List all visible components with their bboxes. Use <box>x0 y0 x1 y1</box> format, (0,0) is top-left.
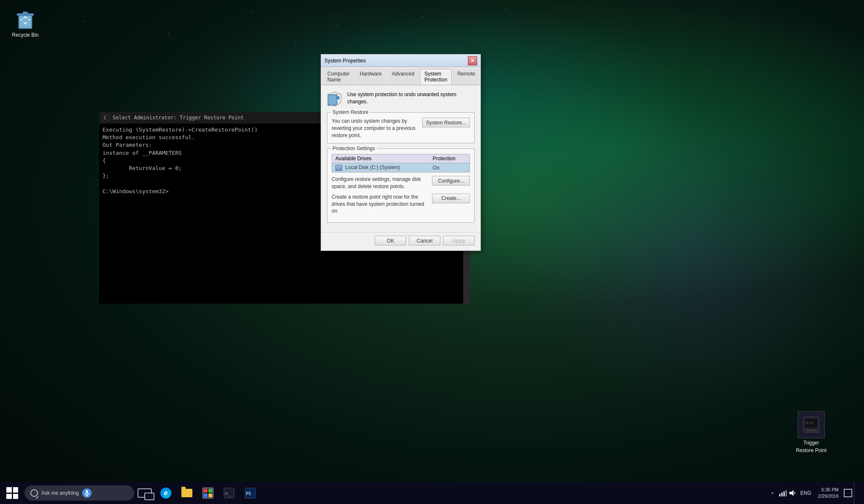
notif-box <box>844 489 852 497</box>
systray-expand[interactable] <box>768 489 777 497</box>
protection-settings-section: Protection Settings Available Drives Pro… <box>327 148 475 223</box>
dialog-title: System Properties <box>324 58 468 64</box>
cmd-title-icon: C <box>103 114 109 121</box>
cmd-title-text: Select Administrator: Trigger Restore Po… <box>113 115 467 121</box>
tab-advanced[interactable]: Advanced <box>387 69 419 85</box>
cmd-taskbar-button[interactable]: >_ <box>219 483 239 503</box>
system-restore-section: System Restore You can undo system chang… <box>327 112 475 143</box>
svg-text:C:\>_: C:\>_ <box>806 421 815 425</box>
recycle-bin-label: Recycle Bin <box>12 32 38 38</box>
cmd-window[interactable]: C Select Administrator: Trigger Restore … <box>99 112 470 304</box>
notification-icon[interactable] <box>844 489 852 497</box>
svg-text:>_: >_ <box>225 490 232 496</box>
trigger-icon-label-line1: Trigger <box>803 440 819 446</box>
drive-name: Local Disk (C:) (System) <box>345 164 400 170</box>
sp-header-icon <box>327 91 342 106</box>
clock-time: 5:35 PM <box>821 487 839 493</box>
tab-remote[interactable]: Remote <box>453 69 480 85</box>
task-view-icon <box>138 488 152 498</box>
recycle-bin-svg <box>15 8 35 30</box>
svg-rect-7 <box>805 429 817 431</box>
network-icon[interactable] <box>778 489 787 497</box>
protection-settings-label: Protection Settings <box>331 146 377 151</box>
search-icon <box>30 489 38 497</box>
store-icon <box>202 488 213 499</box>
col-header-protection: Protection <box>429 154 470 163</box>
start-button[interactable] <box>3 483 22 503</box>
configure-text: Configure restore settings, manage disk … <box>332 176 428 190</box>
folder-icon <box>181 489 192 497</box>
file-explorer-button[interactable] <box>177 483 197 503</box>
svg-rect-4 <box>804 417 819 432</box>
desktop: Recycle Bin C:\>_ Trigger Restore Point … <box>0 0 864 504</box>
trigger-icon-img: C:\>_ <box>798 411 825 438</box>
cancel-button[interactable]: Cancel <box>409 236 440 245</box>
svg-rect-2 <box>17 13 34 16</box>
mic-icon[interactable] <box>82 488 92 498</box>
svg-rect-17 <box>204 489 208 493</box>
powershell-icon: PS <box>245 488 256 499</box>
create-row: Create a restore point right now for the… <box>332 194 470 215</box>
svg-rect-28 <box>786 490 787 496</box>
dialog-titlebar: System Properties ✕ <box>321 54 481 67</box>
svg-rect-11 <box>329 95 336 105</box>
systray: ENG 5:35 PM 2/29/2016 <box>768 482 862 504</box>
cmd-scroll-thumb[interactable] <box>464 124 470 137</box>
svg-text:C: C <box>104 116 106 120</box>
svg-rect-25 <box>779 494 780 496</box>
cmd-content: Executing (SystemRestore)->CreateRestore… <box>99 124 470 304</box>
dialog-footer: OK Cancel Apply <box>321 232 481 251</box>
search-placeholder: Ask me anything <box>41 490 79 496</box>
svg-rect-0 <box>19 15 32 29</box>
svg-rect-8 <box>103 115 109 121</box>
show-desktop-button[interactable] <box>854 482 859 504</box>
create-text: Create a restore point right now for the… <box>332 194 428 215</box>
sp-header-text: Use system protection to undo unwanted s… <box>347 91 475 105</box>
create-button[interactable]: Create... <box>432 194 470 203</box>
edge-button[interactable]: e <box>156 483 176 503</box>
edge-icon: e <box>160 488 171 499</box>
system-restore-label: System Restore <box>331 109 370 115</box>
sp-header: Use system protection to undo unwanted s… <box>327 91 475 106</box>
powershell-button[interactable]: PS <box>240 483 260 503</box>
task-view-button[interactable] <box>135 483 154 503</box>
store-button[interactable] <box>198 483 218 503</box>
cmd-scrollbar[interactable] <box>463 124 470 304</box>
start-icon <box>6 487 18 499</box>
tab-computer-name[interactable]: Computer Name <box>323 69 354 85</box>
drive-name-cell: Local Disk (C:) (System) <box>332 163 429 172</box>
configure-button[interactable]: Configure... <box>432 176 470 186</box>
svg-rect-26 <box>781 493 783 496</box>
sr-content: You can undo system changes by reverting… <box>332 118 470 139</box>
svg-rect-13 <box>86 490 88 494</box>
language-indicator[interactable]: ENG <box>799 490 813 496</box>
tab-system-protection[interactable]: System Protection <box>420 69 452 85</box>
system-restore-button[interactable]: System Restore... <box>422 118 470 127</box>
svg-rect-5 <box>805 419 817 427</box>
col-header-drives: Available Drives <box>332 154 429 163</box>
drive-protection-cell: On <box>429 163 470 172</box>
apply-button[interactable]: Apply <box>443 236 475 245</box>
clock[interactable]: 5:35 PM 2/29/2016 <box>815 487 842 500</box>
drive-icon <box>335 165 342 171</box>
dialog-close-button[interactable]: ✕ <box>468 56 477 65</box>
clock-date: 2/29/2016 <box>818 493 839 499</box>
taskbar: Ask me anything e <box>0 482 864 504</box>
svg-rect-29 <box>789 492 791 494</box>
recycle-bin-icon[interactable]: Recycle Bin <box>8 8 42 38</box>
volume-icon[interactable] <box>788 489 797 497</box>
svg-rect-3 <box>23 12 28 14</box>
svg-rect-18 <box>208 489 212 493</box>
table-row[interactable]: Local Disk (C:) (System) On <box>332 163 470 172</box>
trigger-restore-point-icon[interactable]: C:\>_ Trigger Restore Point <box>792 411 830 453</box>
tab-hardware[interactable]: Hardware <box>355 69 386 85</box>
drives-table: Available Drives Protection Local Disk (… <box>332 154 470 172</box>
search-bar[interactable]: Ask me anything <box>24 485 134 501</box>
dialog-body: Use system protection to undo unwanted s… <box>321 85 481 232</box>
svg-rect-10 <box>328 94 337 105</box>
svg-rect-19 <box>204 493 208 497</box>
configure-row: Configure restore settings, manage disk … <box>332 176 470 190</box>
ok-button[interactable]: OK <box>375 236 406 245</box>
svg-rect-20 <box>208 493 212 497</box>
sr-description: You can undo system changes by reverting… <box>332 118 418 139</box>
